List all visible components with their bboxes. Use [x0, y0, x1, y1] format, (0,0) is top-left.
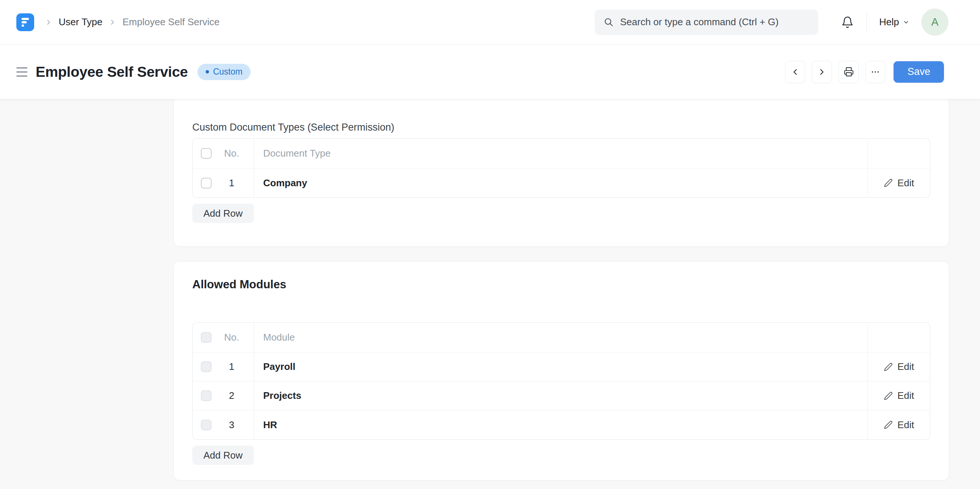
row-value: Payroll [254, 352, 867, 381]
row-checkbox[interactable] [201, 390, 212, 401]
column-header-module: Module [254, 323, 867, 352]
row-number: 1 [212, 361, 254, 373]
field-label: Custom Document Types (Select Permission… [192, 122, 930, 133]
row-checkbox[interactable] [201, 420, 212, 430]
row-number: 2 [212, 390, 254, 402]
custom-badge: Custom [197, 64, 251, 80]
search-placeholder: Search or type a command (Ctrl + G) [620, 16, 779, 28]
edit-label: Edit [897, 361, 914, 373]
table-row: 2 Projects Edit [192, 381, 930, 410]
row-value: HR [254, 410, 867, 439]
edit-row-button[interactable]: Edit [867, 410, 930, 439]
edit-row-button[interactable]: Edit [867, 352, 930, 381]
pencil-icon [884, 391, 893, 400]
navbar: User Type Employee Self Service Search o… [0, 0, 980, 44]
chevron-down-icon [903, 19, 910, 25]
row-checkbox[interactable] [201, 178, 212, 189]
navbar-divider [866, 13, 867, 32]
row-checkbox[interactable] [201, 361, 212, 372]
select-all-checkbox[interactable] [201, 332, 212, 343]
row-value: Projects [254, 381, 867, 410]
pencil-icon [884, 362, 893, 372]
allowed-modules-table: No. Module 1 Payroll Edit [192, 322, 930, 440]
table-row: 1 Company Edit [192, 168, 930, 197]
user-avatar[interactable]: A [921, 8, 948, 36]
notifications-bell-icon[interactable] [841, 16, 854, 29]
edit-row-button[interactable]: Edit [867, 168, 930, 197]
page-actions: Save [785, 61, 944, 83]
section-custom-document-types: Custom Document Types (Select Permission… [173, 99, 949, 247]
search-input[interactable]: Search or type a command (Ctrl + G) [595, 10, 818, 35]
breadcrumb: User Type Employee Self Service [45, 16, 220, 28]
add-row-button[interactable]: Add Row [192, 204, 254, 223]
chevron-right-icon [108, 18, 116, 26]
app-logo-icon[interactable] [16, 13, 34, 31]
column-header-document-type: Document Type [254, 139, 867, 168]
edit-label: Edit [897, 177, 914, 189]
sidebar-toggle-icon[interactable] [16, 65, 27, 79]
help-label: Help [880, 16, 899, 28]
menu-ellipsis-button[interactable] [865, 61, 885, 83]
edit-label: Edit [897, 390, 914, 402]
table-row: 3 HR Edit [192, 410, 930, 439]
table-header-row: No. Document Type [192, 139, 930, 168]
row-number: 1 [212, 177, 254, 189]
column-header-no: No. [212, 332, 254, 343]
column-header-no: No. [212, 148, 254, 159]
prev-document-button[interactable] [785, 61, 805, 83]
select-all-checkbox[interactable] [201, 148, 212, 159]
page-title: Employee Self Service [36, 64, 188, 80]
table-row: 1 Payroll Edit [192, 352, 930, 381]
save-button[interactable]: Save [894, 61, 944, 83]
pencil-icon [884, 178, 893, 187]
breadcrumb-current[interactable]: Employee Self Service [123, 16, 220, 28]
search-icon [604, 17, 614, 27]
section-allowed-modules: Allowed Modules No. Module 1 Payroll [173, 261, 949, 481]
avatar-letter: A [931, 16, 939, 28]
row-number: 3 [212, 419, 254, 431]
section-heading: Allowed Modules [192, 278, 930, 291]
add-row-button[interactable]: Add Row [192, 446, 254, 465]
edit-label: Edit [897, 419, 914, 431]
chevron-right-icon [45, 18, 53, 26]
form-body: Custom Document Types (Select Permission… [0, 99, 980, 489]
print-button[interactable] [838, 61, 859, 83]
pencil-icon [884, 420, 893, 429]
help-dropdown[interactable]: Help [880, 16, 910, 28]
table-header-row: No. Module [192, 323, 930, 352]
breadcrumb-user-type[interactable]: User Type [59, 16, 102, 28]
edit-row-button[interactable]: Edit [867, 381, 930, 410]
row-value: Company [254, 168, 867, 197]
page-head: Employee Self Service Custom Save [0, 44, 980, 99]
document-types-table: No. Document Type 1 Company Edit [192, 138, 930, 198]
next-document-button[interactable] [812, 61, 832, 83]
